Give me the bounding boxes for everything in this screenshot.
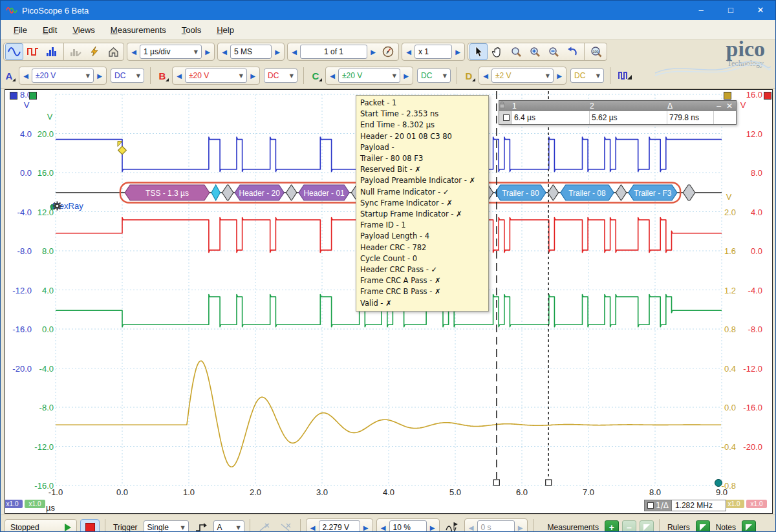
timebase-prev-button[interactable]: ◀: [129, 48, 139, 56]
frequency-legend-checkbox[interactable]: [647, 502, 654, 509]
zoom-next-button[interactable]: ▶: [453, 48, 463, 56]
decode-segment[interactable]: [616, 185, 626, 200]
channel-D-range-select[interactable]: ±2 V▼: [491, 69, 554, 83]
decode-segment[interactable]: [286, 185, 296, 200]
channel-C-range-next[interactable]: ▶: [401, 72, 411, 80]
run-stop-button[interactable]: Stopped: [5, 519, 77, 532]
channel-C-range-select[interactable]: ±20 V▼: [338, 69, 400, 83]
scope-view-button[interactable]: [5, 43, 23, 60]
menu-item-help[interactable]: Help: [209, 23, 242, 37]
falling-edge-button[interactable]: [277, 519, 295, 532]
channel-B-menu[interactable]: B: [156, 70, 168, 81]
channel-D-axis-handle[interactable]: [724, 92, 731, 100]
buffer-field[interactable]: 1 of 1: [300, 45, 367, 59]
menu-item-measurements[interactable]: Measurements: [103, 23, 174, 37]
menu-item-views[interactable]: Views: [65, 23, 102, 37]
zoom-factor-field[interactable]: x 1: [415, 45, 452, 59]
spectrum-view-button[interactable]: [43, 43, 61, 60]
decode-segment[interactable]: [211, 185, 220, 200]
timebase-select[interactable]: 1 µs/div ▼: [140, 45, 202, 59]
lock-icon[interactable]: [499, 101, 505, 109]
zoom-in-tool[interactable]: [526, 43, 544, 60]
channel-D-range-next[interactable]: ▶: [554, 72, 565, 80]
scale-badge[interactable]: x1.0: [5, 500, 23, 508]
channel-B-range-prev[interactable]: ◀: [174, 72, 184, 80]
channel-A-menu[interactable]: A: [3, 70, 15, 81]
ruler-legend[interactable]: 1 2 Δ – ✕ 6.4 µs 5.62 µs 779.8 ns: [499, 100, 737, 125]
frequency-legend[interactable]: 1/Δ 1.282 MHz: [644, 500, 726, 511]
minimize-button[interactable]: –: [686, 1, 716, 20]
persistence-view-button[interactable]: [24, 43, 42, 60]
edit-measurement-button[interactable]: [640, 520, 654, 532]
rising-edge-button[interactable]: [255, 519, 274, 532]
pretrigger-field[interactable]: 10 %: [389, 520, 427, 532]
maximize-button[interactable]: □: [716, 1, 746, 20]
ruler-handle[interactable]: [546, 480, 552, 485]
channel-D-menu[interactable]: D: [463, 70, 475, 81]
menu-item-file[interactable]: File: [6, 23, 35, 37]
timebase-next-button[interactable]: ▶: [202, 48, 213, 56]
channel-C-coupling-select[interactable]: DC▼: [417, 69, 451, 83]
normal-selection-tool[interactable]: [469, 43, 488, 60]
buffer-next-button[interactable]: ▶: [368, 48, 378, 56]
buffer-prev-button[interactable]: ◀: [289, 48, 299, 56]
samples-prev-button[interactable]: ◀: [219, 48, 230, 56]
zoom-prev-button[interactable]: ◀: [404, 48, 414, 56]
decode-segment[interactable]: [222, 185, 234, 200]
posttrigger-down-button[interactable]: ◀: [466, 524, 477, 531]
channel-B-range-next[interactable]: ▶: [248, 72, 258, 80]
scale-badge[interactable]: x1.0: [746, 500, 767, 508]
channel-D-range-prev[interactable]: ◀: [480, 72, 491, 80]
channel-A-range-prev[interactable]: ◀: [21, 72, 31, 80]
marquee-zoom-tool[interactable]: [507, 43, 525, 60]
hand-tool[interactable]: [488, 43, 506, 60]
ruler-handle[interactable]: [493, 480, 499, 485]
rulers-button[interactable]: [696, 520, 710, 532]
posttrigger-field[interactable]: 0 s: [477, 520, 515, 532]
channel-B-range-select[interactable]: ±20 V▼: [185, 69, 247, 83]
level-down-button[interactable]: ◀: [308, 524, 318, 531]
close-button[interactable]: ✕: [746, 1, 775, 20]
pretrigger-up-button[interactable]: ▶: [427, 524, 438, 531]
channel-A-range-next[interactable]: ▶: [94, 72, 105, 80]
ruler-legend-close[interactable]: ✕: [726, 101, 733, 111]
zoom-to-full-button[interactable]: 100: [587, 43, 605, 60]
channel-C-range-prev[interactable]: ◀: [327, 72, 338, 80]
waveform-view[interactable]: TSS - 1.3 µsHeader - 20Header - 01Header…: [5, 89, 773, 514]
persistence-spectrum-button[interactable]: [67, 43, 85, 60]
trigger-level-field[interactable]: 2.279 V: [319, 520, 360, 532]
add-measurement-button[interactable]: +: [605, 520, 619, 532]
channel-D-coupling-select[interactable]: DC▼: [570, 69, 604, 83]
remove-measurement-button[interactable]: –: [622, 520, 636, 532]
channel-B-axis-handle[interactable]: [764, 92, 771, 100]
channel-C-axis-handle[interactable]: [29, 92, 37, 100]
gear-icon[interactable]: [52, 201, 62, 211]
pretrigger-down-button[interactable]: ◀: [378, 524, 389, 531]
menu-item-edit[interactable]: Edit: [35, 23, 65, 37]
channel-B-coupling-select[interactable]: DC▼: [264, 69, 297, 83]
channel-A-axis-handle[interactable]: [10, 92, 17, 100]
samples-field[interactable]: 5 MS: [230, 45, 272, 59]
trigger-mode-select[interactable]: Single ▼: [144, 520, 189, 532]
digital-inputs-button[interactable]: [616, 67, 634, 84]
posttrigger-up-button[interactable]: ▶: [515, 524, 526, 531]
advanced-trigger-button[interactable]: [192, 519, 210, 532]
post-trigger-delay-button[interactable]: [443, 519, 461, 532]
zoom-out-tool[interactable]: [544, 43, 563, 60]
decode-segment[interactable]: [548, 185, 558, 200]
scale-badge[interactable]: x1.0: [25, 500, 45, 508]
channel-A-range-select[interactable]: ±20 V▼: [32, 69, 94, 83]
samples-next-button[interactable]: ▶: [272, 48, 283, 56]
level-up-button[interactable]: ▶: [361, 524, 371, 531]
trigger-source-select[interactable]: A ▼: [213, 520, 244, 532]
channel-C-menu[interactable]: C: [310, 70, 321, 81]
stop-button[interactable]: [80, 519, 100, 532]
notes-button[interactable]: [742, 520, 756, 532]
scale-badge[interactable]: x1.0: [724, 500, 744, 508]
channel-A-coupling-select[interactable]: DC▼: [111, 69, 144, 83]
undo-zoom-button[interactable]: [563, 43, 581, 60]
decode-segment[interactable]: [683, 185, 695, 200]
menu-item-tools[interactable]: Tools: [174, 23, 209, 37]
auto-setup-button[interactable]: [85, 43, 103, 60]
ruler-legend-minimize[interactable]: –: [717, 101, 721, 111]
